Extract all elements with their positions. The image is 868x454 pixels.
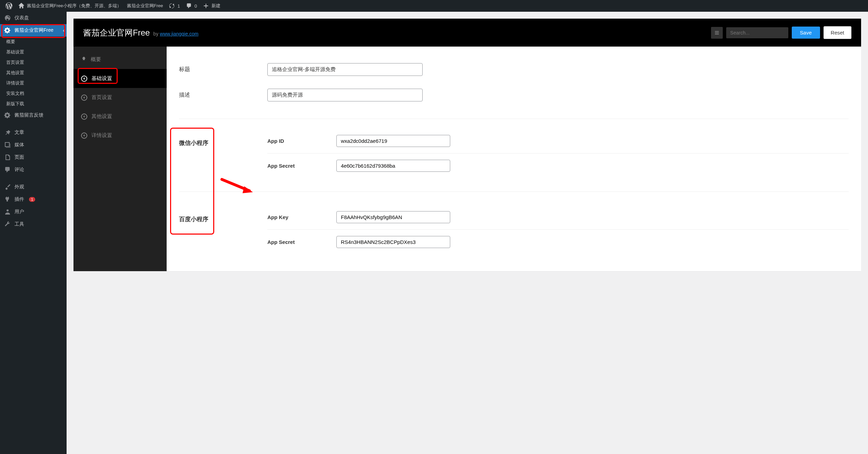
chevron-right-icon: ‹ <box>63 28 65 33</box>
menu-tools-label: 工具 <box>14 221 24 227</box>
wp-logo[interactable] <box>3 0 15 12</box>
title-input[interactable] <box>267 63 423 76</box>
menu-appearance-label: 外观 <box>14 184 24 190</box>
updates-link[interactable]: 1 <box>166 0 183 12</box>
menu-comments[interactable]: 评论 <box>0 164 67 176</box>
comments-count: 0 <box>195 3 197 9</box>
menu-media[interactable]: 媒体 <box>0 139 67 151</box>
menu-posts[interactable]: 文章 <box>0 126 67 139</box>
menu-feedback-label: 酱茄留言反馈 <box>14 112 43 118</box>
menu-plugin-main[interactable]: 酱茄企业官网Free ‹ <box>0 24 67 37</box>
menu-users[interactable]: 用户 <box>0 206 67 218</box>
submenu-home[interactable]: 首页设置 <box>0 57 67 68</box>
submenu-install[interactable]: 安装文档 <box>0 88 67 99</box>
plus-circle-icon: + <box>81 95 87 101</box>
dashboard-icon <box>4 14 11 21</box>
menu-plugin-label: 酱茄企业官网Free <box>14 27 53 33</box>
search-input[interactable] <box>726 27 788 38</box>
wp-admin-sidebar: 仪表盘 酱茄企业官网Free ‹ 概要 基础设置 首页设置 其他设置 详情设置 … <box>0 12 67 454</box>
submenu-overview[interactable]: 概要 <box>0 37 67 47</box>
menu-icon <box>714 30 720 36</box>
wechat-section-label: 微信小程序 <box>179 129 267 147</box>
user-icon <box>4 208 11 215</box>
nav-home[interactable]: + 首页设置 <box>73 88 167 107</box>
plugin-link[interactable]: 酱茄企业官网Free <box>124 0 166 12</box>
nav-other[interactable]: + 其他设置 <box>73 107 167 126</box>
panel-header: 酱茄企业官网Free by www.jiangqie.com Save Rese… <box>73 19 861 47</box>
panel-subtitle: by www.jiangqie.com <box>153 31 198 37</box>
updates-count: 1 <box>177 3 180 9</box>
menu-pages[interactable]: 页面 <box>0 151 67 164</box>
nav-basic[interactable]: + 基础设置 <box>73 69 167 88</box>
menu-plugins-label: 插件 <box>14 196 24 203</box>
nav-overview[interactable]: 概要 <box>73 50 167 69</box>
submenu-detail[interactable]: 详情设置 <box>0 78 67 88</box>
wrench-icon <box>4 221 11 228</box>
comments-link[interactable]: 0 <box>183 0 200 12</box>
menu-media-label: 媒体 <box>14 142 24 148</box>
nav-detail[interactable]: + 详情设置 <box>73 126 167 145</box>
gear-icon <box>4 27 11 34</box>
site-home-link[interactable]: 酱茄企业官网Free小程序（免费、开源、多端） <box>15 0 124 12</box>
panel-nav: 概要 + 基础设置 + 首页设置 + 其他设置 <box>73 47 167 271</box>
menu-comments-label: 评论 <box>14 167 24 173</box>
pin-icon <box>4 129 11 136</box>
rocket-icon <box>81 56 87 63</box>
menu-pages-label: 页面 <box>14 154 24 160</box>
submenu-basic[interactable]: 基础设置 <box>0 47 67 57</box>
menu-plugins[interactable]: 插件 1 <box>0 193 67 206</box>
reset-button[interactable]: Reset <box>823 26 851 39</box>
panel-link[interactable]: www.jiangqie.com <box>160 31 198 37</box>
plug-icon <box>4 196 11 203</box>
baidu-section-label: 百度小程序 <box>179 205 267 223</box>
home-icon <box>18 2 25 9</box>
new-label: 新建 <box>211 3 220 9</box>
media-icon <box>4 141 11 148</box>
menu-dashboard[interactable]: 仪表盘 <box>0 12 67 24</box>
baidu-app-secret-input[interactable] <box>336 236 450 248</box>
plus-circle-icon: + <box>81 76 87 82</box>
update-icon <box>168 2 175 9</box>
menu-feedback[interactable]: 酱茄留言反馈 <box>0 109 67 121</box>
wechat-app-id-input[interactable] <box>336 135 450 147</box>
plus-circle-icon: + <box>81 114 87 120</box>
desc-label: 描述 <box>179 91 267 99</box>
menu-tools[interactable]: 工具 <box>0 218 67 230</box>
app-key-label: App Key <box>267 214 336 220</box>
gear-icon <box>4 112 11 119</box>
panel-menu-button[interactable] <box>711 27 723 39</box>
settings-panel: 酱茄企业官网Free by www.jiangqie.com Save Rese… <box>73 19 861 271</box>
title-label: 标题 <box>179 66 267 73</box>
baidu-app-key-input[interactable] <box>336 211 450 223</box>
menu-users-label: 用户 <box>14 209 24 215</box>
content-area: 酱茄企业官网Free by www.jiangqie.com Save Rese… <box>67 12 868 454</box>
panel-title: 酱茄企业官网Free <box>83 27 150 38</box>
submenu-version[interactable]: 新版下载 <box>0 99 67 109</box>
app-id-label: App ID <box>267 138 336 144</box>
new-content-link[interactable]: 新建 <box>200 0 223 12</box>
site-name: 酱茄企业官网Free小程序（免费、开源、多端） <box>27 3 121 9</box>
plugin-update-badge: 1 <box>29 197 35 202</box>
comment-icon <box>4 166 11 173</box>
app-secret-label: App Secret <box>267 163 336 169</box>
arrow-annotation <box>220 174 258 195</box>
menu-appearance[interactable]: 外观 <box>0 181 67 193</box>
panel-form: 标题 描述 微信小程序 App ID <box>167 47 861 271</box>
submenu-other[interactable]: 其他设置 <box>0 68 67 78</box>
page-icon <box>4 154 11 161</box>
save-button[interactable]: Save <box>792 27 820 39</box>
plus-icon <box>203 2 209 9</box>
desc-input[interactable] <box>267 89 423 101</box>
admin-bar: 酱茄企业官网Free小程序（免费、开源、多端） 酱茄企业官网Free 1 0 新… <box>0 0 868 12</box>
menu-posts-label: 文章 <box>14 129 24 136</box>
menu-dashboard-label: 仪表盘 <box>14 15 29 21</box>
comment-icon <box>186 2 193 9</box>
plugin-name: 酱茄企业官网Free <box>127 3 163 9</box>
plus-circle-icon: + <box>81 132 87 139</box>
wechat-app-secret-input[interactable] <box>336 160 450 172</box>
brush-icon <box>4 184 11 190</box>
baidu-secret-label: App Secret <box>267 239 336 245</box>
wordpress-icon <box>6 2 12 9</box>
